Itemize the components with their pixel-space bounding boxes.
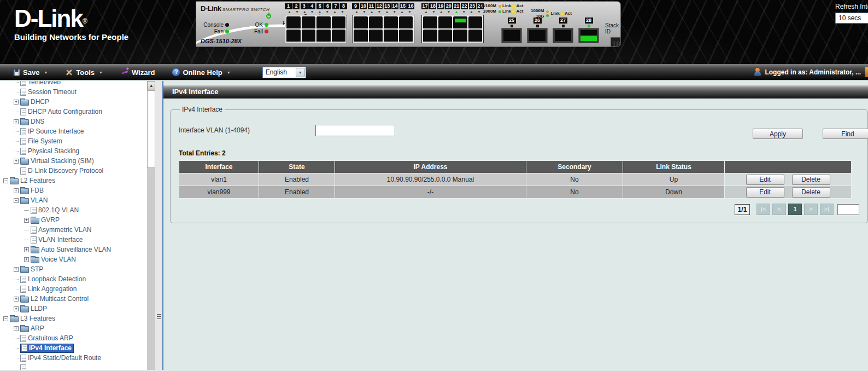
sidebar-item-item[interactable] — [0, 363, 147, 370]
goto-page-input[interactable] — [837, 204, 859, 215]
expand-icon[interactable]: + — [14, 188, 19, 193]
tree-connector — [14, 131, 19, 132]
collapse-icon[interactable]: − — [3, 178, 8, 183]
interface-vlan-input[interactable] — [315, 125, 395, 136]
apply-button[interactable]: Apply — [753, 129, 803, 139]
sidebar-item-ipv4-interface[interactable]: IPv4 Interface — [0, 343, 147, 353]
language-select[interactable]: English ▼ — [262, 67, 306, 78]
first-page-button[interactable]: |< — [756, 204, 770, 215]
port-number-19: 19 — [437, 3, 444, 9]
delete-button[interactable]: Delete — [792, 175, 830, 185]
sidebar-item-session-timeout[interactable]: Session Timeout — [0, 87, 147, 97]
cell-ip: -/- — [335, 186, 526, 199]
sidebar-item-link-aggregation[interactable]: Link Aggregation — [0, 284, 147, 294]
expand-icon[interactable]: + — [24, 257, 29, 262]
sidebar-item-gvrp[interactable]: +GVRP — [0, 215, 147, 225]
tree-connector — [14, 151, 19, 152]
device-port-20 — [438, 30, 453, 42]
sidebar-item-arp[interactable]: +ARP — [0, 323, 147, 333]
next-page-button[interactable]: > — [804, 204, 818, 215]
cell-actions: EditDelete — [725, 173, 852, 186]
sidebar-item-vlan-interface[interactable]: VLAN Interface — [0, 235, 147, 245]
wizard-menu[interactable]: Wizard — [120, 68, 155, 77]
sidebar-item-vlan[interactable]: −VLAN — [0, 195, 147, 205]
sidebar-item-label: VLAN — [31, 196, 48, 204]
edit-button[interactable]: Edit — [746, 187, 784, 198]
sidebar-item-stp[interactable]: +STP — [0, 264, 147, 274]
sidebar-item-loopback-detection[interactable]: Loopback Detection — [0, 274, 147, 284]
tools-menu[interactable]: Tools ▼ — [65, 68, 103, 77]
delete-button[interactable]: Delete — [792, 187, 830, 198]
sidebar-item-auto-surveillance-vlan[interactable]: +Auto Surveillance VLAN — [0, 245, 147, 254]
collapse-icon[interactable]: − — [14, 198, 19, 203]
refresh-interval-select[interactable]: 10 secs — [835, 13, 868, 24]
last-page-button[interactable]: >| — [820, 204, 834, 215]
current-page-button[interactable]: 1 — [788, 204, 802, 215]
sidebar-scrollbar[interactable]: ▲ — [147, 81, 155, 370]
ipv4-interface-fieldset: IPv4 Interface Interface VLAN (1-4094) A… — [170, 106, 868, 223]
sidebar-item-dhcp[interactable]: +DHCP — [0, 97, 147, 107]
find-button[interactable]: Find — [823, 129, 868, 139]
column-header-interface: Interface — [179, 161, 259, 173]
sidebar-item-label: D-Link Discovery Protocol — [28, 167, 103, 175]
expand-icon[interactable]: + — [14, 100, 19, 105]
expand-icon[interactable]: + — [24, 218, 29, 223]
scroll-up-icon[interactable]: ▲ — [147, 81, 155, 90]
prev-page-button[interactable]: < — [772, 204, 786, 215]
scrollbar-thumb[interactable] — [147, 90, 155, 168]
sidebar-item-lldp[interactable]: +LLDP — [0, 304, 147, 314]
copper-legend: 10/100MLinkAct 1000MLinkAct — [476, 3, 523, 14]
expand-icon[interactable]: + — [24, 247, 29, 252]
sidebar-item-virtual-stacking-sim[interactable]: +Virtual Stacking (SIM) — [0, 156, 147, 166]
sidebar-item-l3-features[interactable]: −L3 Features — [0, 314, 147, 323]
collapse-icon[interactable]: − — [3, 316, 8, 321]
sidebar-item-gratuitous-arp[interactable]: Gratuitous ARP — [0, 333, 147, 343]
sidebar-item-label: L2 Multicast Control — [31, 295, 89, 303]
expand-icon[interactable]: + — [14, 267, 19, 272]
expand-icon[interactable]: + — [14, 326, 19, 331]
sidebar-item-telnet-web[interactable]: Telnet/Web — [0, 81, 147, 87]
sidebar-item-dns[interactable]: +DNS — [0, 117, 147, 126]
splitter-grip[interactable] — [157, 314, 161, 319]
port-group-3: 1718192021222324▲▼▲▼▲▼▲▼ — [421, 3, 484, 43]
sidebar-item-d-link-discovery-protocol[interactable]: D-Link Discovery Protocol — [0, 166, 147, 176]
sfp-port-number-26: 26 — [533, 18, 542, 24]
sidebar-item-ip-source-interface[interactable]: IP Source Interface — [0, 126, 147, 136]
expand-icon[interactable]: + — [14, 297, 19, 302]
link-led-icon — [498, 5, 501, 8]
column-header-item — [725, 161, 852, 173]
port-number-7: 7 — [332, 3, 339, 9]
sidebar-item-dhcp-auto-configuration[interactable]: DHCP Auto Configuration — [0, 107, 147, 117]
sidebar-item-ipv4-static-default-route[interactable]: IPv4 Static/Default Route — [0, 353, 147, 363]
sidebar-item-label: L3 Features — [20, 315, 55, 322]
sidebar-item-voice-vlan[interactable]: +Voice VLAN — [0, 254, 147, 264]
expand-icon[interactable]: + — [14, 119, 19, 124]
cell-state: Enabled — [259, 173, 335, 186]
expand-icon[interactable]: + — [14, 306, 19, 311]
document-icon — [20, 81, 26, 86]
edit-button[interactable]: Edit — [746, 175, 784, 185]
sidebar-item-fdb[interactable]: +FDB — [0, 186, 147, 195]
sidebar-item-802-1q-vlan[interactable]: 802.1Q VLAN — [0, 205, 147, 215]
sidebar-item-file-system[interactable]: File System — [0, 136, 147, 146]
online-help-menu[interactable]: ? Online Help ▼ — [172, 68, 230, 77]
document-icon — [20, 335, 26, 342]
cell-state: Enabled — [259, 186, 335, 199]
logout-icon[interactable] — [865, 67, 868, 77]
expand-icon[interactable]: + — [14, 159, 19, 164]
sidebar-item-l2-multicast-control[interactable]: +L2 Multicast Control — [0, 294, 147, 304]
device-port-22 — [453, 30, 467, 42]
port-arrow-1: ▲ — [286, 9, 293, 14]
sidebar-item-label: Telnet/Web — [28, 81, 61, 86]
sidebar-item-asymmetric-vlan[interactable]: Asymmetric VLAN — [0, 225, 147, 235]
device-port-1 — [286, 16, 301, 28]
chevron-down-icon: ▼ — [99, 71, 103, 74]
tools-icon — [65, 68, 73, 76]
device-port-19 — [438, 16, 453, 28]
document-icon — [20, 89, 26, 96]
link-led-icon — [546, 10, 549, 13]
sidebar-item-l2-features[interactable]: −L2 Features — [0, 176, 147, 186]
document-icon — [20, 355, 26, 362]
save-menu[interactable]: Save ▼ — [13, 68, 48, 77]
sidebar-item-physical-stacking[interactable]: Physical Stacking — [0, 146, 147, 156]
